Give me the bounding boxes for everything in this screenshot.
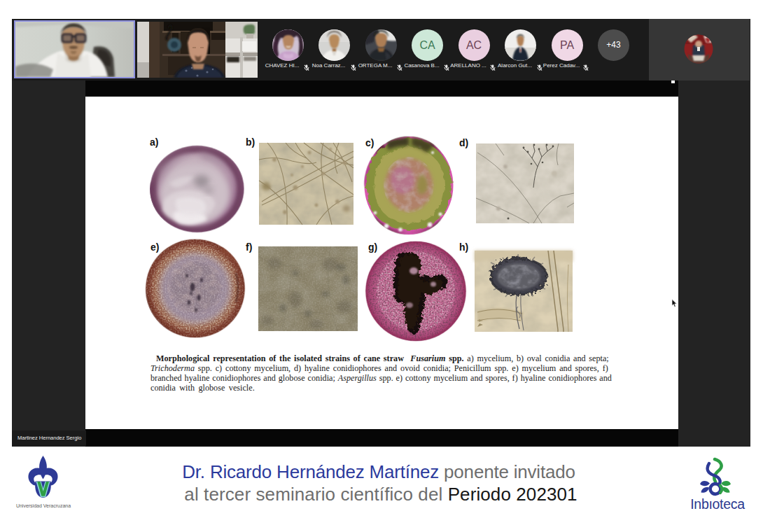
svg-text:Inbıoteca: Inbıoteca (690, 496, 745, 512)
svg-text:Universidad Veracruzana: Universidad Veracruzana (16, 503, 71, 508)
